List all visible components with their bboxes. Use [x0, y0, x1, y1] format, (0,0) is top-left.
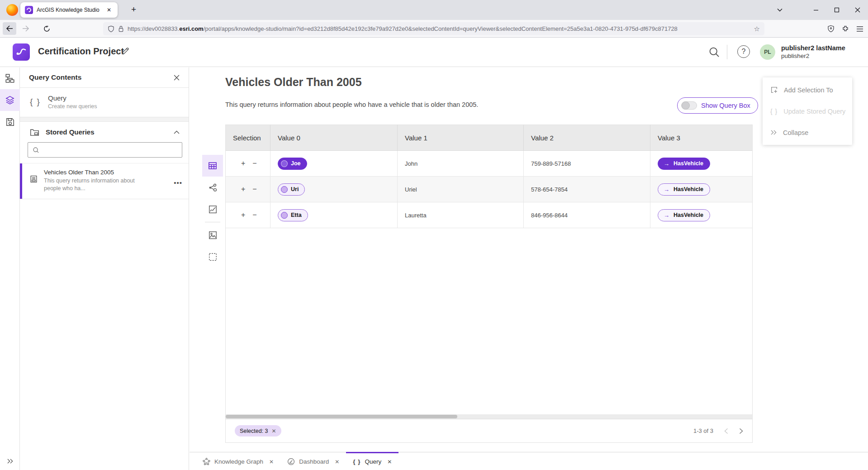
share-view-icon[interactable] [202, 177, 223, 198]
chevron-up-icon[interactable] [174, 130, 180, 134]
tab-knowledge-graph[interactable]: Knowledge Graph ✕ [196, 452, 280, 470]
reload-icon[interactable] [40, 22, 53, 35]
cell-value[interactable]: John [398, 151, 524, 176]
tracking-shield-icon[interactable] [108, 25, 114, 33]
extensions-icon[interactable] [842, 25, 849, 33]
add-selection-icon [770, 86, 778, 94]
add-to-selection-icon[interactable]: + [241, 160, 245, 167]
url-bar[interactable]: https://dev0028833.esri.com/portal/apps/… [103, 22, 764, 35]
cell-value[interactable]: Uriel [398, 177, 524, 202]
lock-icon[interactable] [118, 25, 124, 32]
horizontal-scrollbar[interactable] [226, 414, 752, 419]
menu-hamburger-icon[interactable] [856, 26, 863, 32]
panel-title: Query Contents [29, 73, 174, 82]
knowledge-studio-logo-icon [13, 43, 30, 61]
show-query-box-toggle[interactable]: Show Query Box [677, 97, 758, 114]
toggle-track[interactable] [681, 101, 697, 110]
toolbar-divider [205, 222, 220, 222]
stored-queries-search-input[interactable] [43, 147, 177, 153]
column-header[interactable]: Selection [226, 125, 270, 150]
cell-value[interactable]: 578-654-7854 [524, 177, 650, 202]
column-header[interactable]: Value 3 [650, 125, 752, 150]
maximize-icon[interactable] [826, 0, 847, 20]
entity-pill[interactable]: Etta [278, 209, 308, 221]
stored-queries-header[interactable]: Stored Queries [20, 122, 189, 141]
column-header[interactable]: Value 0 [270, 125, 398, 150]
results-table: Selection Value 0 Value 1 Value 2 Value … [225, 125, 753, 443]
minimize-icon[interactable] [806, 0, 826, 20]
page-next-icon[interactable] [739, 428, 743, 434]
folder-icon [30, 128, 39, 136]
page-subtitle: This query returns information about peo… [225, 101, 478, 108]
relationship-pill[interactable]: →HasVehicle [658, 209, 710, 221]
search-icon[interactable] [708, 46, 720, 58]
menu-item-collapse[interactable]: Collapse [763, 122, 852, 143]
menu-item-add-selection-to[interactable]: Add Selection To [763, 79, 852, 101]
entity-pill[interactable]: Uri [278, 183, 305, 196]
sidebar-item-save[interactable] [0, 111, 20, 133]
knowledge-graph-icon [203, 458, 210, 465]
table-row: + − Uri Uriel 578-654-7854 →HasVehicle [226, 177, 752, 202]
firefox-icon[interactable] [6, 4, 18, 16]
close-tab-icon[interactable]: ✕ [269, 459, 274, 465]
avatar[interactable]: PL [760, 44, 775, 60]
new-tab-button[interactable]: + [128, 4, 140, 15]
account-shield-icon[interactable] [827, 25, 835, 33]
item-options-icon[interactable]: ••• [174, 179, 182, 187]
page-previous-icon[interactable] [724, 428, 728, 434]
user-username: publisher2 [781, 52, 845, 60]
table-view-icon[interactable] [202, 155, 223, 177]
expand-panel-icon[interactable] [0, 455, 20, 467]
cell-value[interactable]: Lauretta [398, 202, 524, 228]
tab-close-icon[interactable]: ✕ [105, 6, 113, 14]
user-menu[interactable]: publisher2 lastName publisher2 [781, 44, 845, 60]
tab-dashboard[interactable]: Dashboard ✕ [280, 452, 346, 470]
remove-from-selection-icon[interactable]: − [252, 160, 256, 167]
bookmark-star-icon[interactable]: ☆ [754, 25, 760, 33]
arrow-right-icon: → [664, 212, 669, 219]
add-to-selection-icon[interactable]: + [241, 186, 245, 193]
relationship-pill[interactable]: →HasVehicle [658, 183, 710, 196]
browser-tab[interactable]: ArcGIS Knowledge Studio ✕ [20, 2, 118, 18]
edit-pencil-icon[interactable] [121, 47, 130, 55]
braces-icon: { } [353, 458, 360, 465]
sidebar-item-data-model[interactable] [0, 67, 20, 89]
selection-context-menu: Add Selection To { } Update Stored Query… [763, 77, 852, 145]
table-header-row: Selection Value 0 Value 1 Value 2 Value … [226, 125, 752, 151]
browser-toolbar: https://dev0028833.esri.com/portal/apps/… [0, 20, 868, 38]
forward-icon[interactable] [19, 22, 33, 35]
help-icon[interactable]: ? [737, 45, 750, 58]
add-to-selection-icon[interactable]: + [241, 211, 245, 219]
list-tabs-icon[interactable] [769, 0, 790, 20]
remove-from-selection-icon[interactable]: − [252, 186, 256, 193]
image-view-icon[interactable] [202, 224, 223, 246]
close-window-icon[interactable] [847, 0, 868, 20]
dashboard-gauge-icon [287, 458, 295, 465]
column-header[interactable]: Value 2 [524, 125, 650, 150]
search-small-icon [33, 147, 39, 153]
left-rail [0, 67, 20, 470]
scrollbar-thumb[interactable] [226, 415, 457, 418]
main-content: Vehicles Older Than 2005 This query retu… [190, 67, 868, 452]
selected-count-chip[interactable]: Selected: 3 ✕ [235, 425, 281, 436]
column-header[interactable]: Value 1 [398, 125, 524, 150]
cell-value[interactable]: 759-889-57168 [524, 151, 650, 176]
chart-view-icon[interactable] [202, 198, 223, 220]
entity-pill[interactable]: Joe [278, 158, 307, 170]
menu-item-update-stored-query[interactable]: { } Update Stored Query [763, 101, 852, 122]
entity-dot-icon [281, 186, 288, 193]
query-item[interactable]: { } Query Create new queries [20, 88, 189, 117]
relationship-pill[interactable]: →HasVehicle [658, 158, 710, 170]
remove-from-selection-icon[interactable]: − [252, 211, 256, 219]
stored-query-item[interactable]: Vehicles Older Than 2005 This query retu… [20, 163, 189, 199]
panel-close-icon[interactable] [174, 75, 180, 81]
cell-value[interactable]: 846-956-8644 [524, 202, 650, 228]
clear-selection-icon[interactable]: ✕ [272, 428, 276, 434]
stored-queries-search[interactable] [28, 142, 182, 158]
select-view-icon[interactable] [202, 246, 223, 268]
back-icon[interactable] [3, 22, 16, 35]
close-tab-icon[interactable]: ✕ [335, 459, 339, 465]
tab-query[interactable]: { } Query ✕ [346, 452, 398, 470]
close-tab-icon[interactable]: ✕ [387, 459, 392, 465]
sidebar-item-contents[interactable] [0, 89, 20, 111]
